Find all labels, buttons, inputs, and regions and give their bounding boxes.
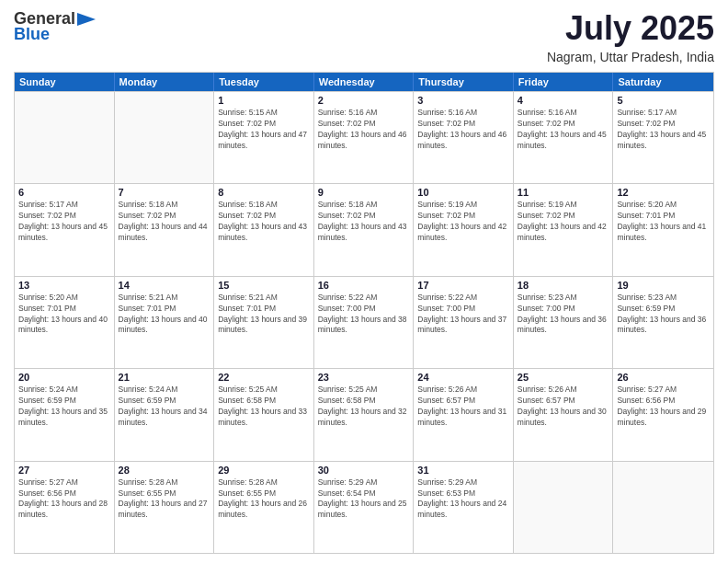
day-cell-16: 16Sunrise: 5:22 AM Sunset: 7:00 PM Dayli… — [314, 277, 415, 368]
day-number: 17 — [417, 280, 509, 291]
calendar-header: SundayMondayTuesdayWednesdayThursdayFrid… — [15, 73, 713, 91]
calendar-body: 1Sunrise: 5:15 AM Sunset: 7:02 PM Daylig… — [15, 91, 713, 553]
header: General Blue July 2025 Nagram, Uttar Pra… — [14, 9, 714, 64]
day-info: Sunrise: 5:18 AM Sunset: 7:02 PM Dayligh… — [318, 200, 410, 244]
day-number: 21 — [119, 372, 210, 383]
day-info: Sunrise: 5:25 AM Sunset: 6:58 PM Dayligh… — [318, 385, 410, 429]
day-number: 15 — [218, 280, 310, 291]
empty-cell — [115, 92, 215, 183]
day-info: Sunrise: 5:28 AM Sunset: 6:55 PM Dayligh… — [218, 477, 310, 522]
day-cell-9: 9Sunrise: 5:18 AM Sunset: 7:02 PM Daylig… — [314, 184, 415, 275]
day-info: Sunrise: 5:24 AM Sunset: 6:59 PM Dayligh… — [18, 385, 110, 429]
day-cell-28: 28Sunrise: 5:28 AM Sunset: 6:55 PM Dayli… — [115, 462, 215, 553]
day-info: Sunrise: 5:29 AM Sunset: 6:54 PM Dayligh… — [318, 477, 410, 522]
day-cell-6: 6Sunrise: 5:17 AM Sunset: 7:02 PM Daylig… — [15, 184, 115, 275]
day-number: 6 — [18, 187, 110, 198]
day-info: Sunrise: 5:18 AM Sunset: 7:02 PM Dayligh… — [119, 200, 210, 244]
day-cell-24: 24Sunrise: 5:26 AM Sunset: 6:57 PM Dayli… — [414, 369, 514, 460]
day-number: 3 — [417, 95, 509, 106]
day-number: 31 — [417, 465, 509, 476]
day-cell-10: 10Sunrise: 5:19 AM Sunset: 7:02 PM Dayli… — [414, 184, 514, 275]
day-cell-1: 1Sunrise: 5:15 AM Sunset: 7:02 PM Daylig… — [214, 92, 314, 183]
logo: General Blue — [14, 9, 96, 44]
day-number: 9 — [318, 187, 410, 198]
header-day-friday: Friday — [514, 73, 614, 91]
day-cell-7: 7Sunrise: 5:18 AM Sunset: 7:02 PM Daylig… — [115, 184, 215, 275]
day-cell-19: 19Sunrise: 5:23 AM Sunset: 6:59 PM Dayli… — [613, 277, 713, 368]
day-cell-17: 17Sunrise: 5:22 AM Sunset: 7:00 PM Dayli… — [414, 277, 514, 368]
day-cell-15: 15Sunrise: 5:21 AM Sunset: 7:01 PM Dayli… — [214, 277, 314, 368]
day-info: Sunrise: 5:24 AM Sunset: 6:59 PM Dayligh… — [119, 385, 210, 429]
location: Nagram, Uttar Pradesh, India — [547, 50, 714, 64]
day-number: 27 — [18, 465, 110, 476]
day-info: Sunrise: 5:23 AM Sunset: 6:59 PM Dayligh… — [617, 293, 710, 337]
title-block: July 2025 Nagram, Uttar Pradesh, India — [547, 9, 714, 64]
day-info: Sunrise: 5:19 AM Sunset: 7:02 PM Dayligh… — [417, 200, 509, 244]
day-cell-8: 8Sunrise: 5:18 AM Sunset: 7:02 PM Daylig… — [214, 184, 314, 275]
day-info: Sunrise: 5:21 AM Sunset: 7:01 PM Dayligh… — [218, 293, 310, 337]
day-cell-30: 30Sunrise: 5:29 AM Sunset: 6:54 PM Dayli… — [314, 462, 415, 553]
day-cell-23: 23Sunrise: 5:25 AM Sunset: 6:58 PM Dayli… — [314, 369, 415, 460]
day-number: 26 — [617, 372, 710, 383]
day-info: Sunrise: 5:23 AM Sunset: 7:00 PM Dayligh… — [518, 293, 609, 337]
header-day-saturday: Saturday — [613, 73, 713, 91]
empty-cell — [15, 92, 115, 183]
day-number: 13 — [18, 280, 110, 291]
day-info: Sunrise: 5:17 AM Sunset: 7:02 PM Dayligh… — [617, 108, 710, 152]
week-row-2: 6Sunrise: 5:17 AM Sunset: 7:02 PM Daylig… — [15, 183, 713, 275]
day-info: Sunrise: 5:25 AM Sunset: 6:58 PM Dayligh… — [218, 385, 310, 429]
week-row-1: 1Sunrise: 5:15 AM Sunset: 7:02 PM Daylig… — [15, 91, 713, 183]
header-day-wednesday: Wednesday — [314, 73, 415, 91]
day-number: 16 — [318, 280, 410, 291]
day-cell-3: 3Sunrise: 5:16 AM Sunset: 7:02 PM Daylig… — [414, 92, 514, 183]
day-info: Sunrise: 5:19 AM Sunset: 7:02 PM Dayligh… — [518, 200, 609, 244]
day-cell-27: 27Sunrise: 5:27 AM Sunset: 6:56 PM Dayli… — [15, 462, 115, 553]
day-info: Sunrise: 5:22 AM Sunset: 7:00 PM Dayligh… — [318, 293, 410, 337]
logo-blue: Blue — [14, 25, 50, 44]
day-cell-4: 4Sunrise: 5:16 AM Sunset: 7:02 PM Daylig… — [514, 92, 614, 183]
day-cell-18: 18Sunrise: 5:23 AM Sunset: 7:00 PM Dayli… — [514, 277, 614, 368]
day-cell-26: 26Sunrise: 5:27 AM Sunset: 6:56 PM Dayli… — [613, 369, 713, 460]
day-number: 24 — [417, 372, 509, 383]
page: General Blue July 2025 Nagram, Uttar Pra… — [0, 0, 728, 563]
day-number: 2 — [318, 95, 410, 106]
day-number: 19 — [617, 280, 710, 291]
day-info: Sunrise: 5:18 AM Sunset: 7:02 PM Dayligh… — [218, 200, 310, 244]
day-cell-13: 13Sunrise: 5:20 AM Sunset: 7:01 PM Dayli… — [15, 277, 115, 368]
day-info: Sunrise: 5:28 AM Sunset: 6:55 PM Dayligh… — [119, 477, 210, 522]
day-number: 18 — [518, 280, 609, 291]
day-number: 20 — [18, 372, 110, 383]
day-number: 22 — [218, 372, 310, 383]
header-day-thursday: Thursday — [414, 73, 514, 91]
day-number: 12 — [617, 187, 710, 198]
day-number: 4 — [518, 95, 609, 106]
day-cell-12: 12Sunrise: 5:20 AM Sunset: 7:01 PM Dayli… — [613, 184, 713, 275]
week-row-4: 20Sunrise: 5:24 AM Sunset: 6:59 PM Dayli… — [15, 368, 713, 460]
week-row-3: 13Sunrise: 5:20 AM Sunset: 7:01 PM Dayli… — [15, 276, 713, 368]
day-number: 28 — [119, 465, 210, 476]
day-info: Sunrise: 5:16 AM Sunset: 7:02 PM Dayligh… — [518, 108, 609, 152]
header-day-tuesday: Tuesday — [214, 73, 314, 91]
day-number: 11 — [518, 187, 609, 198]
day-number: 29 — [218, 465, 310, 476]
day-number: 5 — [617, 95, 710, 106]
empty-cell — [613, 462, 713, 553]
day-cell-31: 31Sunrise: 5:29 AM Sunset: 6:53 PM Dayli… — [414, 462, 514, 553]
day-info: Sunrise: 5:29 AM Sunset: 6:53 PM Dayligh… — [417, 477, 509, 522]
day-info: Sunrise: 5:20 AM Sunset: 7:01 PM Dayligh… — [617, 200, 710, 244]
empty-cell — [514, 462, 614, 553]
day-number: 23 — [318, 372, 410, 383]
day-cell-22: 22Sunrise: 5:25 AM Sunset: 6:58 PM Dayli… — [214, 369, 314, 460]
day-info: Sunrise: 5:21 AM Sunset: 7:01 PM Dayligh… — [119, 293, 210, 337]
day-info: Sunrise: 5:26 AM Sunset: 6:57 PM Dayligh… — [518, 385, 609, 429]
day-info: Sunrise: 5:17 AM Sunset: 7:02 PM Dayligh… — [18, 200, 110, 244]
day-number: 30 — [318, 465, 410, 476]
day-info: Sunrise: 5:20 AM Sunset: 7:01 PM Dayligh… — [18, 293, 110, 337]
day-info: Sunrise: 5:15 AM Sunset: 7:02 PM Dayligh… — [218, 108, 310, 152]
day-number: 10 — [417, 187, 509, 198]
day-info: Sunrise: 5:22 AM Sunset: 7:00 PM Dayligh… — [417, 293, 509, 337]
header-day-monday: Monday — [115, 73, 215, 91]
day-cell-2: 2Sunrise: 5:16 AM Sunset: 7:02 PM Daylig… — [314, 92, 415, 183]
header-day-sunday: Sunday — [15, 73, 115, 91]
day-cell-11: 11Sunrise: 5:19 AM Sunset: 7:02 PM Dayli… — [514, 184, 614, 275]
